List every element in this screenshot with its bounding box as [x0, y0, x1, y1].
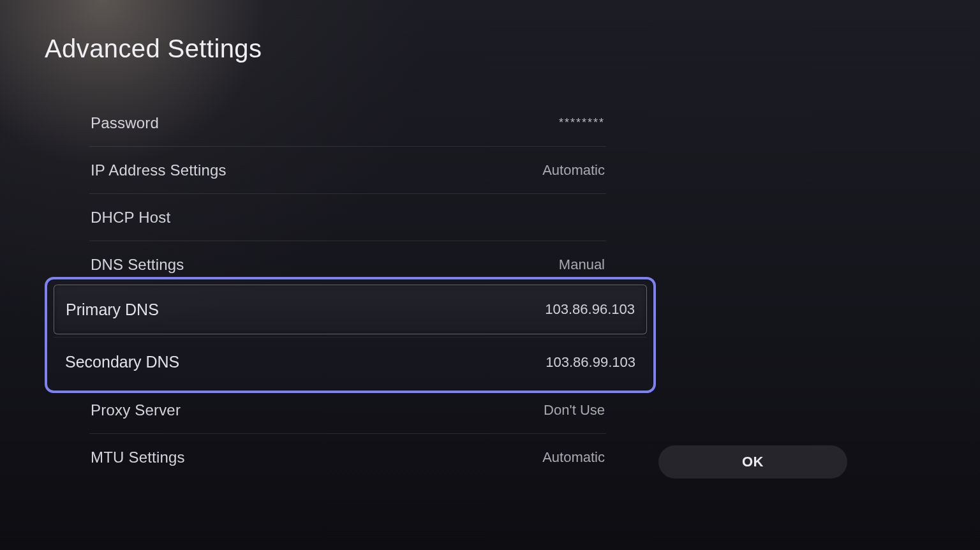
row-password[interactable]: Password ******** [89, 100, 606, 147]
label-dhcp: DHCP Host [91, 209, 170, 227]
row-primary-dns[interactable]: Primary DNS 103.86.96.103 [54, 285, 647, 334]
dns-highlight-group: Primary DNS 103.86.96.103 Secondary DNS … [45, 277, 656, 393]
row-mtu-settings[interactable]: MTU Settings Automatic [89, 434, 606, 481]
value-mtu: Automatic [542, 449, 605, 466]
label-primary-dns: Primary DNS [66, 301, 159, 319]
settings-list: Password ******** IP Address Settings Au… [89, 100, 606, 288]
label-secondary-dns: Secondary DNS [65, 353, 179, 371]
label-ip: IP Address Settings [91, 161, 226, 179]
value-proxy: Don't Use [544, 402, 605, 419]
value-password: ******** [559, 116, 605, 130]
label-mtu: MTU Settings [91, 449, 185, 466]
label-proxy: Proxy Server [91, 401, 181, 419]
row-secondary-dns[interactable]: Secondary DNS 103.86.99.103 [54, 337, 647, 387]
row-dhcp-host[interactable]: DHCP Host [89, 194, 606, 241]
page-title: Advanced Settings [45, 34, 262, 63]
ok-button[interactable]: OK [658, 445, 847, 479]
label-password: Password [91, 114, 159, 132]
label-dns: DNS Settings [91, 256, 184, 274]
value-secondary-dns: 103.86.99.103 [546, 354, 635, 371]
row-ip-address-settings[interactable]: IP Address Settings Automatic [89, 147, 606, 194]
value-ip: Automatic [542, 162, 605, 179]
row-proxy-server[interactable]: Proxy Server Don't Use [89, 387, 606, 434]
value-primary-dns: 103.86.96.103 [545, 301, 635, 318]
settings-list-lower: Proxy Server Don't Use MTU Settings Auto… [89, 387, 606, 481]
value-dns: Manual [559, 256, 605, 273]
